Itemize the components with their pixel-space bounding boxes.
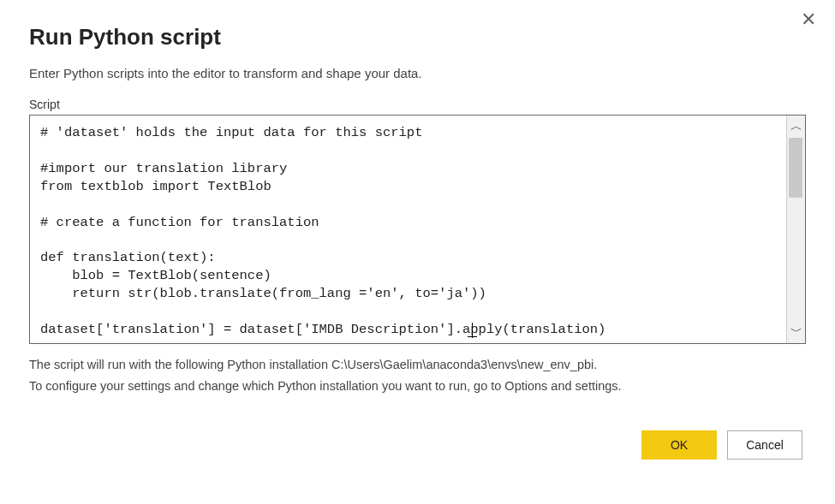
scrollbar[interactable]: ︿ ﹀ — [786, 116, 805, 343]
dialog-title: Run Python script — [29, 24, 806, 50]
cancel-button[interactable]: Cancel — [727, 430, 802, 460]
install-path-text: The script will run with the following P… — [29, 354, 806, 376]
ok-button[interactable]: OK — [641, 430, 717, 460]
scroll-down-arrow-icon[interactable]: ﹀ — [787, 321, 805, 343]
script-field-label: Script — [29, 98, 806, 111]
install-info: The script will run with the following P… — [29, 354, 806, 396]
python-script-dialog: ✕ Run Python script Enter Python scripts… — [0, 0, 835, 480]
dialog-subtitle: Enter Python scripts into the editor to … — [29, 66, 806, 80]
settings-hint-text: To configure your settings and change wh… — [29, 376, 806, 397]
scroll-up-arrow-icon[interactable]: ︿ — [787, 116, 805, 138]
script-editor-container: ︿ ﹀ — [29, 115, 806, 344]
script-editor[interactable] — [30, 116, 786, 343]
close-icon[interactable]: ✕ — [797, 7, 820, 33]
scroll-thumb[interactable] — [789, 138, 802, 198]
dialog-button-row: OK Cancel — [29, 430, 806, 460]
